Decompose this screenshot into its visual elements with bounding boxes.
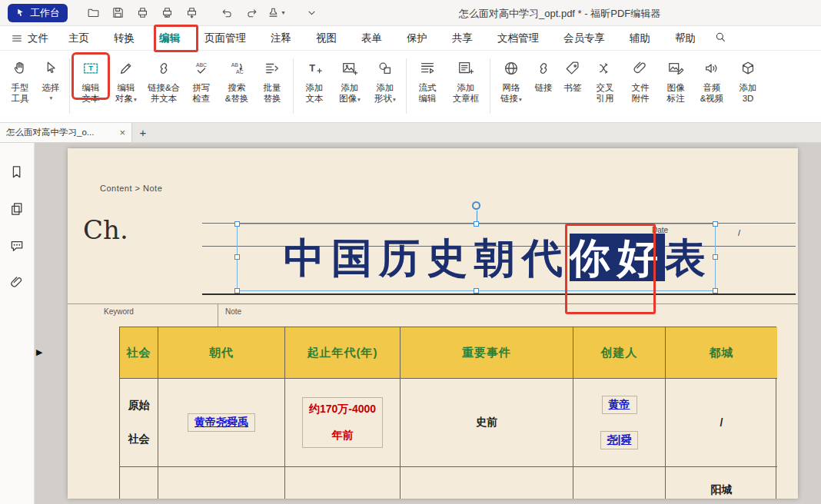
bookmarks-panel-icon[interactable] — [9, 164, 25, 183]
title-bar: 工作台 ▾ 怎么面对高中学习_opt.pdf * - 福昕PDF编辑器 — [0, 0, 821, 26]
flow-edit-icon — [419, 57, 436, 80]
tool-add-shape[interactable]: 添加形状▾ — [367, 55, 403, 105]
menu-comment[interactable]: 注释 — [258, 26, 304, 51]
table-header-capital: 都城 — [666, 327, 777, 379]
tool-batch-replace[interactable]: 批量替换 — [254, 55, 290, 104]
menu-accessibility[interactable]: 辅助 — [617, 26, 663, 51]
menu-bar: 文件 主页 转换 编辑 页面管理 注释 视图 表单 保护 共享 文档管理 会员专… — [0, 26, 821, 51]
undo-button[interactable] — [217, 4, 237, 22]
tool-add-text[interactable]: T 添加文本 — [297, 55, 332, 104]
undo-arrow-icon — [221, 6, 234, 19]
tool-hand[interactable]: 手型工具 — [5, 55, 35, 104]
web-link-icon — [503, 57, 520, 80]
menu-form[interactable]: 表单 — [349, 26, 394, 51]
document-tab[interactable]: 怎么面对高中学习_o... × — [0, 123, 132, 142]
chevron-down-icon: ▾ — [134, 96, 137, 103]
rotation-handle[interactable] — [472, 201, 480, 210]
text-box[interactable]: 尧|舜 — [600, 431, 639, 449]
tool-add-article-box[interactable]: 添加文章框 — [445, 55, 487, 104]
link-merge-text-icon — [155, 57, 172, 80]
document-tab-bar: 怎么面对高中学习_o... × + — [0, 123, 821, 143]
image-annotation-icon — [667, 57, 684, 80]
menu-member[interactable]: 会员专享 — [551, 26, 617, 51]
tool-image-annotation[interactable]: 图像标注 — [658, 55, 693, 104]
resize-handle-bottom-left[interactable] — [234, 288, 240, 293]
pdf-page[interactable]: Content > Note Ch. Date / Keyword Note — [68, 148, 798, 499]
table-cell-empty — [158, 467, 285, 499]
menu-convert[interactable]: 转换 — [101, 26, 147, 51]
toolbar-options-button[interactable] — [301, 4, 321, 22]
tool-edit-text[interactable]: T 编辑文本 — [73, 55, 108, 104]
redo-arrow-icon — [245, 6, 258, 19]
attachments-panel-icon[interactable] — [9, 275, 25, 293]
tool-bookmark[interactable]: 书签 — [558, 55, 587, 93]
tool-spell-check[interactable]: ABC 拼写检查 — [184, 55, 219, 104]
search-replace-icon: ABAC — [228, 57, 245, 80]
text-edit-selection-box[interactable]: 中国历史朝代你好表 — [237, 224, 716, 291]
menu-view[interactable]: 视图 — [304, 26, 349, 51]
text-box[interactable]: 约170万-4000 年前 — [302, 397, 383, 448]
page-thumbnails-icon[interactable] — [9, 201, 25, 220]
resize-handle-bottom-center[interactable] — [474, 288, 479, 293]
spell-check-icon: ABC — [193, 57, 210, 80]
text-box[interactable]: 黄帝尧舜禹 — [188, 413, 255, 432]
text-box[interactable]: 黄帝 — [602, 396, 637, 414]
menu-protect[interactable]: 保护 — [394, 26, 440, 51]
history-table: 社会 朝代 起止年代(年) 重要事件 创建人 都城 原始 社会 黄帝尧舜禹 — [119, 327, 776, 499]
tool-add-image[interactable]: 添加图像▾ — [332, 55, 367, 105]
menu-edit[interactable]: 编辑 — [147, 26, 192, 51]
print-setup-button[interactable] — [181, 4, 201, 22]
document-title-text[interactable]: 中国历史朝代你好表 — [238, 234, 713, 281]
menu-help[interactable]: 帮助 — [663, 26, 708, 51]
resize-handle-top-center[interactable] — [474, 221, 479, 227]
chapter-label: Ch. — [83, 214, 128, 245]
svg-text:ABC: ABC — [196, 62, 207, 68]
resize-handle-top-left[interactable] — [234, 221, 240, 227]
tool-web-link[interactable]: 网络链接▾ — [494, 55, 529, 105]
save-button[interactable] — [108, 4, 128, 22]
audio-video-icon — [703, 57, 720, 80]
table-cell-society: 原始 社会 — [120, 379, 158, 467]
quick-print-button[interactable] — [157, 4, 177, 22]
resize-handle-top-right[interactable] — [713, 221, 718, 227]
workspace-button[interactable]: 工作台 — [8, 4, 68, 22]
search-button[interactable] — [714, 31, 726, 45]
new-tab-button[interactable]: + — [132, 123, 154, 142]
table-cell-founder: 黄帝 尧|舜 — [573, 379, 666, 467]
tool-edit-object[interactable]: 编辑对象▾ — [108, 55, 144, 105]
redo-button[interactable] — [241, 4, 261, 22]
add-shape-icon — [377, 57, 394, 80]
tool-search-replace[interactable]: ABAC 搜索&替换 — [219, 55, 254, 104]
menu-page-management[interactable]: 页面管理 — [192, 26, 258, 51]
tool-flow-edit[interactable]: 流式编辑 — [410, 55, 445, 104]
open-file-button[interactable] — [83, 4, 103, 22]
menu-doc-management[interactable]: 文档管理 — [485, 26, 551, 51]
stamp-tool-button[interactable]: ▾ — [266, 4, 286, 22]
menu-file[interactable]: 文件 — [11, 32, 56, 45]
title-underline — [202, 293, 796, 295]
resize-handle-bottom-right[interactable] — [713, 288, 718, 293]
document-viewport[interactable]: ▶ Content > Note Ch. Date / Keyword Note — [35, 143, 821, 504]
print-button[interactable] — [132, 4, 152, 22]
tool-cross-reference[interactable]: 交叉引用 — [587, 55, 623, 104]
comments-panel-icon[interactable] — [9, 238, 25, 257]
panel-expand-arrow[interactable]: ▶ — [36, 347, 42, 357]
resize-handle-mid-right[interactable] — [713, 254, 718, 260]
keyword-row-line — [68, 303, 798, 304]
tool-select[interactable]: 选择▾ — [35, 55, 66, 104]
add-text-icon: T — [306, 57, 323, 80]
printer-icon — [136, 6, 149, 19]
tool-link[interactable]: 链接 — [529, 55, 558, 93]
table-cell-empty — [285, 467, 401, 499]
foxit-cursor-icon — [15, 8, 25, 18]
tool-link-merge-text[interactable]: 链接&合并文本 — [144, 55, 184, 104]
chevron-down-icon: ▾ — [357, 96, 361, 103]
close-tab-icon[interactable]: × — [119, 127, 125, 138]
menu-home[interactable]: 主页 — [56, 26, 101, 51]
menu-share[interactable]: 共享 — [440, 26, 485, 51]
printer-arrow-icon — [185, 6, 198, 19]
tool-audio-video[interactable]: 音频&视频 — [693, 55, 730, 104]
tool-add-3d[interactable]: 添加3D — [730, 55, 766, 104]
app-window: 工作台 ▾ 怎么面对高中学习_opt.pdf * - 福昕PDF编辑器 文件 主… — [0, 0, 821, 504]
tool-file-attachment[interactable]: 文件附件 — [623, 55, 658, 104]
